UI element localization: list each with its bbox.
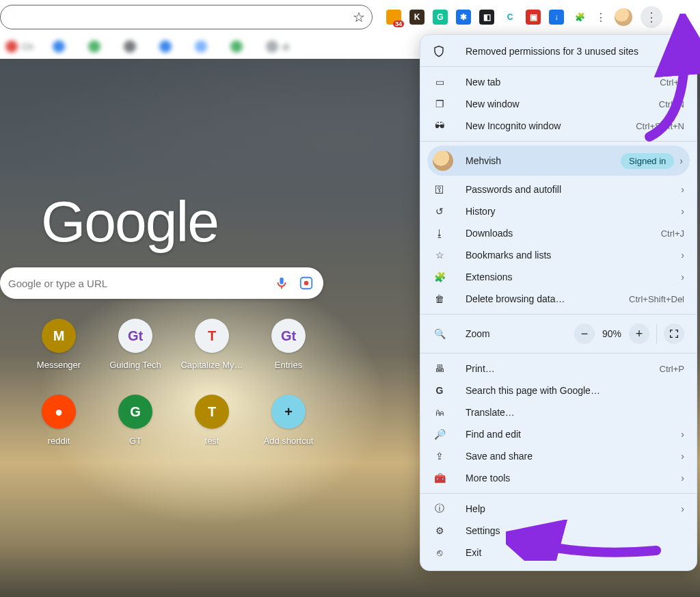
shortcut-icon: Gt	[118, 319, 152, 353]
shortcut-icon: G	[118, 395, 152, 429]
search-input[interactable]	[8, 278, 265, 289]
shortcut-messenger[interactable]: MMessenger	[21, 319, 97, 370]
menu-save-share[interactable]: ⇪ Save and share ›	[420, 445, 697, 467]
profile-avatar[interactable]	[615, 8, 632, 26]
ext-orange-icon[interactable]: 34	[386, 10, 401, 25]
chevron-right-icon: ›	[681, 503, 684, 514]
badge: 34	[393, 21, 404, 27]
google-g-icon: G	[433, 385, 446, 396]
lens-icon[interactable]	[299, 276, 314, 291]
menu-new-window[interactable]: ❐ New window Ctrl+N	[420, 93, 697, 115]
shortcut-test[interactable]: Ttest	[174, 395, 250, 446]
ext-k-icon[interactable]: K	[409, 10, 425, 25]
favicon	[124, 40, 136, 53]
favicon	[5, 40, 18, 53]
shortcut-gt[interactable]: GGT	[97, 395, 174, 446]
ext-grammarly-icon[interactable]: G	[433, 10, 448, 25]
shortcut-label: test	[205, 436, 219, 446]
shortcut-label: Add shortcut	[264, 436, 314, 446]
zoom-icon: 🔍	[433, 328, 446, 339]
chevron-right-icon: ›	[681, 184, 684, 195]
shortcut-icon: M	[42, 319, 76, 353]
zoom-value: 90%	[595, 328, 629, 339]
menu-zoom: 🔍 Zoom − 90% +	[420, 319, 697, 349]
puzzle-icon: 🧩	[433, 271, 446, 282]
zoom-out-button[interactable]: −	[574, 323, 595, 344]
help-icon: ⓘ	[433, 503, 446, 515]
menu-new-tab[interactable]: ▭ New tab Ctrl+T	[420, 71, 697, 93]
translate-icon: 🗛	[433, 407, 446, 418]
shortcut-label: Guiding Tech	[109, 360, 161, 370]
menu-translate[interactable]: 🗛 Translate…	[420, 401, 697, 423]
google-logo: Google	[41, 189, 218, 255]
shortcut-label: GT	[129, 436, 142, 446]
menu-downloads[interactable]: ⭳ Downloads Ctrl+J	[420, 222, 697, 244]
kebab-menu-button[interactable]: ⋮	[641, 6, 662, 28]
ext-dl-icon[interactable]: ↓	[549, 10, 564, 25]
menu-print[interactable]: 🖶 Print… Ctrl+P	[420, 358, 697, 380]
share-icon: ⇪	[433, 451, 446, 462]
fullscreen-button[interactable]	[664, 323, 684, 344]
shortcut-label: Messenger	[37, 360, 81, 370]
removed-permissions-row[interactable]: Removed permissions for 3 unused sites	[420, 40, 697, 62]
svg-point-1	[304, 281, 308, 285]
shortcut-reddit[interactable]: ●reddit	[21, 395, 97, 446]
menu-bookmarks[interactable]: ☆ Bookmarks and lists ›	[420, 244, 697, 266]
ext-red-icon[interactable]: ▣	[526, 10, 541, 25]
chevron-right-icon: ›	[681, 250, 684, 261]
signed-in-pill: Signed in	[621, 153, 674, 169]
bookmark-item[interactable]	[159, 40, 176, 53]
incognito-icon: 🕶	[433, 120, 446, 131]
ext-box-icon[interactable]: ◧	[479, 10, 494, 25]
menu-exit[interactable]: ⎋ Exit	[420, 542, 697, 563]
menu-incognito[interactable]: 🕶 New Incognito window Ctrl+Shift+N	[420, 115, 697, 137]
menu-search-page[interactable]: G Search this page with Google…	[420, 380, 697, 401]
gear-icon: ⚙	[433, 525, 446, 536]
chrome-menu: Removed permissions for 3 unused sites ▭…	[420, 34, 697, 571]
menu-settings[interactable]: ⚙ Settings	[420, 520, 697, 542]
menu-more-tools[interactable]: 🧰 More tools ›	[420, 467, 697, 489]
bookmark-item[interactable]	[124, 40, 140, 53]
menu-help[interactable]: ⓘ Help ›	[420, 498, 697, 520]
tab-icon: ▭	[433, 77, 446, 88]
ext-blue1-icon[interactable]: ✱	[456, 10, 471, 25]
star-icon[interactable]: ☆	[353, 9, 365, 25]
menu-passwords[interactable]: ⚿ Passwords and autofill ›	[420, 178, 697, 200]
bookmark-item[interactable]: dr	[266, 40, 291, 53]
mic-icon[interactable]	[274, 276, 289, 291]
favicon	[195, 40, 207, 53]
zoom-in-button[interactable]: +	[629, 323, 649, 344]
favicon	[88, 40, 100, 53]
bookmark-label: Ch	[22, 42, 33, 52]
extensions-row: 34KG✱◧C▣↓🧩⋮⋮	[373, 6, 662, 28]
shortcut-entries[interactable]: GtEntries	[250, 319, 327, 370]
menu-extensions[interactable]: 🧩 Extensions ›	[420, 266, 697, 288]
ext-teal-icon[interactable]: C	[502, 10, 517, 25]
bookmark-item[interactable]	[53, 40, 69, 53]
menu-profile[interactable]: Mehvish Signed in ›	[427, 146, 690, 176]
menu-delete-data[interactable]: 🗑 Delete browsing data… Ctrl+Shift+Del	[420, 288, 697, 310]
bookmark-item[interactable]	[195, 40, 211, 53]
shortcut-add-shortcut[interactable]: +Add shortcut	[250, 395, 327, 446]
menu-history[interactable]: ↺ History ›	[420, 200, 697, 222]
shortcut-label: reddit	[48, 436, 70, 446]
menu-find[interactable]: 🔎 Find and edit ›	[420, 423, 697, 445]
shortcut-capitalize-my-[interactable]: TCapitalize My…	[174, 319, 250, 370]
chevron-right-icon: ›	[681, 451, 684, 462]
shortcut-icon: ●	[42, 395, 76, 429]
bookmark-item[interactable]	[230, 40, 247, 53]
favicon	[266, 40, 278, 53]
find-icon: 🔎	[433, 429, 446, 440]
bookmark-item[interactable]	[88, 40, 105, 53]
favicon	[159, 40, 172, 53]
omnibox[interactable]: ☆	[0, 5, 373, 29]
extensions-puzzle-icon[interactable]: 🧩	[572, 10, 587, 25]
search-bar[interactable]	[0, 267, 323, 299]
print-icon: 🖶	[433, 363, 446, 374]
bookmark-label: dr	[282, 42, 291, 52]
bookmark-item[interactable]: Ch	[5, 40, 33, 53]
favicon	[230, 40, 243, 53]
history-icon: ↺	[433, 206, 446, 217]
favicon	[53, 40, 65, 53]
shortcut-guiding-tech[interactable]: GtGuiding Tech	[97, 319, 174, 370]
